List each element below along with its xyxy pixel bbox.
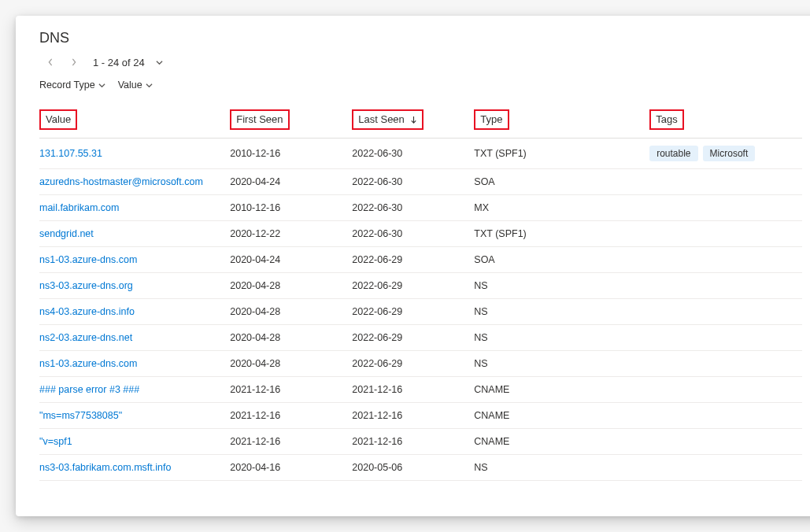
table-row: sendgrid.net2020-12-222022-06-30TXT (SPF… xyxy=(39,221,802,247)
table-row: "v=spf12021-12-162021-12-16CNAME xyxy=(39,429,802,455)
page-title: DNS xyxy=(39,30,802,46)
column-header-value-label: Value xyxy=(39,109,77,130)
column-header-tags[interactable]: Tags xyxy=(649,102,802,139)
cell-tags xyxy=(649,455,802,481)
table-row: ns1-03.azure-dns.com2020-04-282022-06-29… xyxy=(39,351,802,377)
sort-down-icon xyxy=(410,116,417,124)
cell-last-seen: 2022-06-30 xyxy=(352,221,474,247)
prev-page-button[interactable] xyxy=(43,54,58,70)
cell-first-seen: 2020-04-16 xyxy=(230,455,352,481)
cell-tags xyxy=(649,247,802,273)
cell-first-seen: 2021-12-16 xyxy=(230,403,352,429)
cell-type: CNAME xyxy=(474,429,649,455)
dns-value-link[interactable]: "v=spf1 xyxy=(39,436,72,447)
cell-type: CNAME xyxy=(474,403,649,429)
dns-table: Value First Seen Last Seen Type xyxy=(39,102,802,481)
next-page-button[interactable] xyxy=(66,54,82,70)
column-header-type[interactable]: Type xyxy=(474,102,649,139)
cell-first-seen: 2020-04-24 xyxy=(230,169,352,195)
column-header-last-seen[interactable]: Last Seen xyxy=(352,102,474,139)
dns-value-link[interactable]: ns4-03.azure-dns.info xyxy=(39,306,135,317)
filter-bar: Record Type Value xyxy=(39,79,802,91)
cell-tags xyxy=(649,221,802,247)
column-header-value[interactable]: Value xyxy=(39,102,230,139)
cell-first-seen: 2020-04-28 xyxy=(230,351,352,377)
pagination-dropdown[interactable] xyxy=(156,59,163,66)
cell-first-seen: 2021-12-16 xyxy=(230,377,352,403)
cell-type: SOA xyxy=(474,169,649,195)
table-row: mail.fabrikam.com2010-12-162022-06-30MX xyxy=(39,195,802,221)
dns-value-link[interactable]: ns3-03.fabrikam.com.msft.info xyxy=(39,462,171,473)
cell-first-seen: 2020-12-22 xyxy=(230,221,352,247)
cell-type: NS xyxy=(474,273,649,299)
cell-tags xyxy=(649,195,802,221)
dns-value-link[interactable]: ns3-03.azure-dns.org xyxy=(39,280,133,291)
column-header-first-seen[interactable]: First Seen xyxy=(230,102,352,139)
chevron-left-icon xyxy=(46,58,54,66)
cell-type: NS xyxy=(474,325,649,351)
dns-value-link[interactable]: sendgrid.net xyxy=(39,228,94,239)
dns-value-link[interactable]: ns1-03.azure-dns.com xyxy=(39,358,137,369)
filter-value[interactable]: Value xyxy=(118,79,153,91)
dns-panel: DNS 1 - 24 of 24 Record Type Value xyxy=(16,16,810,516)
dns-value-link[interactable]: ### parse error #3 ### xyxy=(39,384,139,395)
cell-first-seen: 2010-12-16 xyxy=(230,139,352,169)
table-row: "ms=ms77538085"2021-12-162021-12-16CNAME xyxy=(39,403,802,429)
table-header-row: Value First Seen Last Seen Type xyxy=(39,102,802,139)
pagination-text: 1 - 24 of 24 xyxy=(93,57,145,68)
dns-value-link[interactable]: "ms=ms77538085" xyxy=(39,410,122,421)
cell-type: SOA xyxy=(474,247,649,273)
column-header-first-seen-label: First Seen xyxy=(230,109,289,130)
cell-type: NS xyxy=(474,455,649,481)
cell-first-seen: 2021-12-16 xyxy=(230,429,352,455)
table-row: ns3-03.fabrikam.com.msft.info2020-04-162… xyxy=(39,455,802,481)
cell-last-seen: 2022-06-29 xyxy=(352,325,474,351)
cell-last-seen: 2022-06-29 xyxy=(352,273,474,299)
dns-value-link[interactable]: ns2-03.azure-dns.net xyxy=(39,332,132,343)
cell-first-seen: 2020-04-28 xyxy=(230,325,352,351)
cell-last-seen: 2022-06-29 xyxy=(352,351,474,377)
cell-last-seen: 2020-05-06 xyxy=(352,455,474,481)
dns-value-link[interactable]: mail.fabrikam.com xyxy=(39,202,119,213)
cell-tags xyxy=(649,351,802,377)
chevron-right-icon xyxy=(70,58,78,66)
table-row: ns2-03.azure-dns.net2020-04-282022-06-29… xyxy=(39,325,802,351)
cell-first-seen: 2010-12-16 xyxy=(230,195,352,221)
column-header-type-label: Type xyxy=(474,109,509,130)
cell-type: TXT (SPF1) xyxy=(474,221,649,247)
cell-last-seen: 2022-06-29 xyxy=(352,299,474,325)
cell-tags xyxy=(649,429,802,455)
chevron-down-icon xyxy=(156,59,163,66)
filter-value-label: Value xyxy=(118,79,142,91)
cell-last-seen: 2021-12-16 xyxy=(352,377,474,403)
cell-type: NS xyxy=(474,351,649,377)
cell-last-seen: 2022-06-30 xyxy=(352,195,474,221)
dns-value-link[interactable]: ns1-03.azure-dns.com xyxy=(39,254,137,265)
cell-first-seen: 2020-04-24 xyxy=(230,247,352,273)
cell-tags xyxy=(649,299,802,325)
table-row: 131.107.55.312010-12-162022-06-30TXT (SP… xyxy=(39,139,802,169)
cell-tags xyxy=(649,273,802,299)
table-row: ### parse error #3 ###2021-12-162021-12-… xyxy=(39,377,802,403)
filter-record-type[interactable]: Record Type xyxy=(39,79,105,91)
cell-type: MX xyxy=(474,195,649,221)
cell-tags xyxy=(649,377,802,403)
filter-record-type-label: Record Type xyxy=(39,79,95,91)
cell-tags xyxy=(649,403,802,429)
dns-value-link[interactable]: azuredns-hostmaster@microsoft.com xyxy=(39,176,203,187)
chevron-down-icon xyxy=(146,82,153,89)
cell-tags: routableMicrosoft xyxy=(649,139,802,169)
table-row: ns4-03.azure-dns.info2020-04-282022-06-2… xyxy=(39,299,802,325)
cell-type: NS xyxy=(474,299,649,325)
cell-type: CNAME xyxy=(474,377,649,403)
table-row: ns1-03.azure-dns.com2020-04-242022-06-29… xyxy=(39,247,802,273)
dns-value-link[interactable]: 131.107.55.31 xyxy=(39,148,102,159)
cell-tags xyxy=(649,325,802,351)
cell-last-seen: 2022-06-30 xyxy=(352,139,474,169)
cell-last-seen: 2021-12-16 xyxy=(352,403,474,429)
tag-pill[interactable]: routable xyxy=(649,146,697,161)
cell-last-seen: 2022-06-29 xyxy=(352,247,474,273)
tag-pill[interactable]: Microsoft xyxy=(703,146,756,161)
cell-type: TXT (SPF1) xyxy=(474,139,649,169)
table-row: azuredns-hostmaster@microsoft.com2020-04… xyxy=(39,169,802,195)
